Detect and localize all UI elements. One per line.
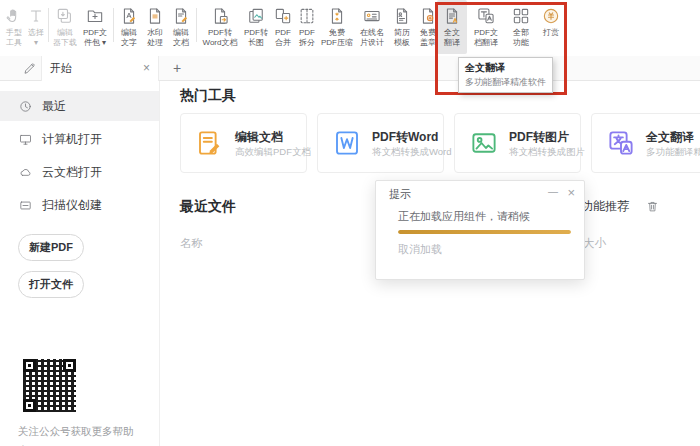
to-word-icon bbox=[210, 6, 230, 26]
monitor-icon bbox=[18, 132, 33, 147]
edit-doc-button[interactable]: 编辑文档 bbox=[168, 0, 194, 54]
translate-icon bbox=[442, 6, 462, 26]
hand-icon bbox=[4, 6, 24, 26]
edit-doc-card-icon bbox=[195, 128, 225, 158]
hot-tools-title: 热门工具 bbox=[180, 86, 700, 104]
pdf-split-button[interactable]: PDF拆分 bbox=[295, 0, 319, 54]
text-select-icon bbox=[26, 6, 46, 26]
pdf-compress-button[interactable]: 免费PDF压缩 bbox=[319, 0, 355, 54]
grid-icon bbox=[511, 6, 531, 26]
sidebar-buttons: 新建PDF 打开文件 bbox=[0, 234, 159, 298]
stamp-icon bbox=[418, 6, 438, 26]
clock-icon bbox=[18, 99, 33, 114]
dialog-title: 提示 bbox=[389, 187, 411, 202]
card-pdf-to-image[interactable]: PDF转图片 将文档转换成图片 bbox=[454, 113, 581, 173]
toolbar-divider bbox=[113, 8, 114, 42]
hot-tools-cards: 编辑文档 高效编辑PDF文档 PDF转Word 将文档转换成Word PDF转图… bbox=[180, 113, 700, 173]
watermark-button[interactable]: 水印处理 bbox=[142, 0, 168, 54]
reward-button[interactable]: 打赏 bbox=[537, 0, 565, 54]
pdf-app-window: 手型工具 选择▾ 编辑器下载 PDF文件包 ▾ 编辑文字 bbox=[0, 0, 700, 446]
word-card-icon bbox=[332, 128, 362, 158]
cancel-loading-link[interactable]: 取消加载 bbox=[398, 242, 442, 257]
tooltip-subtitle: 多功能翻译精准软件 bbox=[465, 76, 546, 88]
pdf-package-button[interactable]: PDF文件包 ▾ bbox=[79, 0, 111, 54]
compress-icon bbox=[327, 6, 347, 26]
scanner-icon bbox=[18, 198, 33, 213]
resume-icon bbox=[392, 6, 412, 26]
dialog-minimize-icon[interactable]: — bbox=[548, 186, 558, 197]
card-pdf-to-word[interactable]: PDF转Word 将文档转换成Word bbox=[317, 113, 444, 173]
reward-icon bbox=[541, 6, 561, 26]
doc-translate-icon bbox=[476, 6, 496, 26]
tab-home[interactable]: 开始 × bbox=[41, 56, 159, 81]
feature-recommend-toggle[interactable]: 功能推荐 bbox=[581, 198, 629, 215]
sidebar-item-open-cloud[interactable]: 云文档打开 bbox=[0, 157, 159, 187]
watermark-icon bbox=[145, 6, 165, 26]
column-size[interactable]: 大小 bbox=[583, 236, 606, 251]
new-tab-button[interactable]: + bbox=[173, 61, 181, 75]
toolbar: 手型工具 选择▾ 编辑器下载 PDF文件包 ▾ 编辑文字 bbox=[0, 0, 700, 56]
qr-block: 关注公众号获取更多帮助 专属QQ：800023973 bbox=[0, 359, 159, 446]
toolbar-translate-group: 全文翻译 PDF文档翻译 全部功能 打赏 bbox=[437, 0, 565, 56]
new-pdf-button[interactable]: 新建PDF bbox=[18, 234, 84, 261]
image-card-icon bbox=[469, 128, 499, 158]
download-icon bbox=[55, 6, 75, 26]
pdf-to-word-button[interactable]: PDF转Word文档 bbox=[199, 0, 241, 54]
full-text-translate-button[interactable]: 全文翻译 bbox=[437, 0, 467, 54]
qr-code bbox=[23, 359, 76, 412]
toolbar-flow: 手型工具 选择▾ 编辑器下载 PDF文件包 ▾ 编辑文字 bbox=[2, 0, 441, 56]
editor-download-button[interactable]: 编辑器下载 bbox=[51, 0, 79, 54]
all-features-button[interactable]: 全部功能 bbox=[505, 0, 537, 54]
loading-dialog: 提示 — × 正在加载应用组件，请稍候 取消加载 bbox=[375, 180, 585, 280]
content: 最近 计算机打开 云文档打开 扫描仪创建 新建PDF 打开文件 bbox=[0, 81, 700, 446]
hand-tool-button[interactable]: 手型工具 bbox=[2, 0, 26, 54]
tab-bar: 开始 × + bbox=[0, 56, 700, 81]
merge-icon bbox=[273, 6, 293, 26]
pencil-icon bbox=[22, 61, 37, 76]
sidebar: 最近 计算机打开 云文档打开 扫描仪创建 新建PDF 打开文件 bbox=[0, 81, 160, 446]
recent-files-title: 最近文件 bbox=[180, 197, 236, 215]
progress-bar bbox=[398, 230, 571, 234]
card-edit-doc[interactable]: 编辑文档 高效编辑PDF文档 bbox=[180, 113, 307, 173]
sidebar-item-open-computer[interactable]: 计算机打开 bbox=[0, 124, 159, 154]
doc-translate-button[interactable]: PDF文档翻译 bbox=[467, 0, 505, 54]
long-image-icon bbox=[246, 6, 266, 26]
cloud-icon bbox=[18, 165, 33, 180]
dialog-message: 正在加载应用组件，请稍候 bbox=[398, 209, 530, 224]
edit-text-icon bbox=[119, 6, 139, 26]
folder-pack-icon bbox=[85, 6, 105, 26]
pdf-merge-button[interactable]: PDF合并 bbox=[271, 0, 295, 54]
resume-template-button[interactable]: 简历模板 bbox=[389, 0, 415, 54]
tooltip-title: 全文翻译 bbox=[465, 62, 546, 74]
toolbar-divider bbox=[196, 8, 197, 42]
pdf-to-long-image-button[interactable]: PDF转长图 bbox=[241, 0, 271, 54]
dialog-close-icon[interactable]: × bbox=[567, 185, 575, 200]
open-file-button[interactable]: 打开文件 bbox=[18, 271, 84, 298]
card-design-icon bbox=[362, 6, 382, 26]
trash-icon[interactable] bbox=[645, 199, 660, 214]
column-name[interactable]: 名称 bbox=[180, 236, 203, 251]
card-full-translate[interactable]: 全文翻译 多功能翻译精准软件 bbox=[591, 113, 700, 173]
translate-card-icon bbox=[606, 128, 636, 158]
progress-bar-fill bbox=[398, 230, 571, 234]
tab-close-icon[interactable]: × bbox=[143, 62, 150, 74]
tab-label: 开始 bbox=[50, 61, 143, 76]
qr-caption: 关注公众号获取更多帮助 bbox=[18, 425, 159, 439]
sidebar-item-recent[interactable]: 最近 bbox=[0, 91, 159, 121]
toolbar-divider bbox=[48, 8, 49, 42]
split-icon bbox=[297, 6, 317, 26]
select-tool-button[interactable]: 选择▾ bbox=[26, 0, 46, 54]
edit-doc-icon bbox=[171, 6, 191, 26]
edit-text-button[interactable]: 编辑文字 bbox=[116, 0, 142, 54]
translate-tooltip: 全文翻译 多功能翻译精准软件 bbox=[458, 57, 553, 93]
card-design-button[interactable]: 在线名片设计 bbox=[355, 0, 389, 54]
sidebar-item-scanner-create[interactable]: 扫描仪创建 bbox=[0, 190, 159, 220]
